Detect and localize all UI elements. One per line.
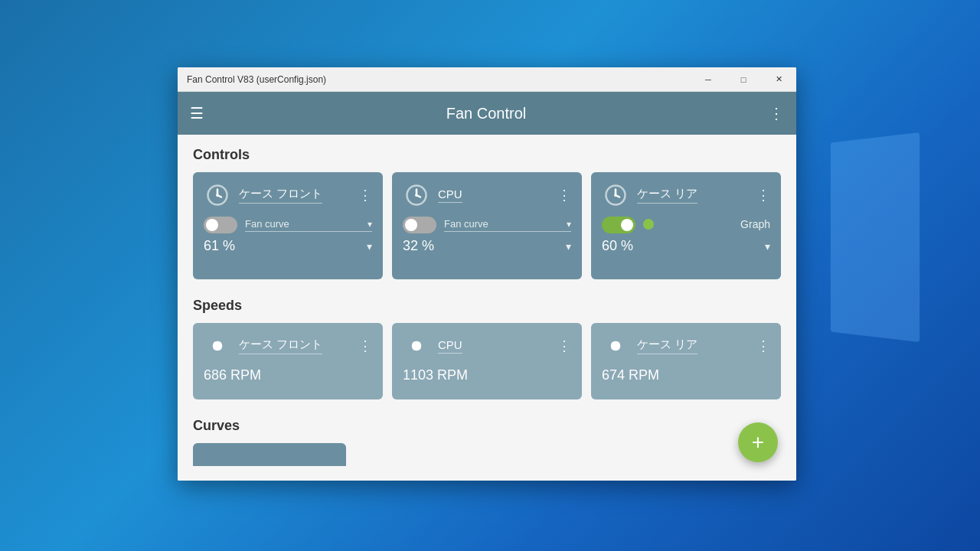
svg-point-2 (614, 194, 617, 197)
control-row-2: Graph (602, 217, 770, 233)
speed-card-cpu: CPU ⋮ 1103 RPM (392, 323, 582, 399)
control-value-row-1: 32 % ▾ (403, 238, 571, 254)
control-expand-0[interactable]: ▾ (367, 240, 372, 253)
maximize-button[interactable]: □ (726, 67, 761, 92)
svg-point-0 (216, 194, 219, 197)
control-expand-2[interactable]: ▾ (765, 240, 770, 253)
speeds-cards-row: ケース フロント ⋮ 686 RPM (193, 323, 781, 399)
fan-curve-arrow-1: ▾ (567, 219, 571, 230)
speed-value-2: 674 RPM (602, 367, 770, 383)
toggle-thumb-1 (405, 219, 417, 231)
speed-value-0: 686 RPM (204, 367, 372, 383)
add-fab-button[interactable]: + (738, 422, 778, 462)
speed-card-header-1: CPU ⋮ (403, 332, 571, 360)
more-options-icon[interactable]: ⋮ (769, 104, 784, 122)
speedometer-icon-1 (403, 181, 430, 209)
control-card-header-1: CPU ⋮ (403, 181, 571, 209)
speed-card-more-1[interactable]: ⋮ (557, 339, 571, 353)
app-title: Fan Control (446, 105, 527, 122)
curves-section: Curves (178, 406, 796, 472)
control-card-name-0: ケース フロント (239, 187, 322, 204)
graph-dot-icon (643, 219, 654, 230)
speedometer-icon-0 (204, 181, 231, 209)
graph-label-2: Graph (740, 218, 770, 230)
speed-card-case-rear: ケース リア ⋮ 674 RPM (591, 323, 781, 399)
control-card-header-0: ケース フロント ⋮ (204, 181, 372, 209)
control-row-1: Fan curve ▾ (403, 217, 571, 233)
fan-curve-select-0[interactable]: Fan curve ▾ (245, 218, 372, 232)
fan-icon-1 (403, 332, 430, 360)
speeds-section: Speeds (178, 285, 796, 406)
controls-section-title: Controls (193, 147, 781, 163)
control-card-case-rear: ケース リア ⋮ Graph (591, 172, 781, 279)
fan-curve-text-0: Fan curve (245, 218, 289, 230)
control-card-more-0[interactable]: ⋮ (358, 188, 372, 202)
control-card-more-2[interactable]: ⋮ (756, 188, 770, 202)
fan-icon-2 (602, 332, 629, 360)
minimize-button[interactable]: ─ (691, 67, 726, 92)
control-row-0: Fan curve ▾ (204, 217, 372, 233)
speedometer-icon-2 (602, 181, 629, 209)
control-card-left-2: ケース リア (602, 181, 697, 209)
title-bar-controls: ─ □ ✕ (691, 67, 796, 92)
svg-point-3 (216, 344, 220, 348)
toggle-2[interactable] (602, 217, 635, 233)
control-card-more-1[interactable]: ⋮ (557, 188, 571, 202)
speed-card-left-0: ケース フロント (204, 332, 322, 360)
toggle-thumb-2 (621, 219, 633, 231)
controls-section: Controls ケース フロ (178, 135, 796, 285)
controls-cards-row: ケース フロント ⋮ Fan curve ▾ (193, 172, 781, 279)
svg-point-4 (415, 344, 419, 348)
control-card-name-2: ケース リア (637, 187, 697, 204)
fan-curve-select-1[interactable]: Fan curve ▾ (444, 218, 571, 232)
window-decoration (831, 132, 920, 342)
speed-card-more-2[interactable]: ⋮ (756, 339, 770, 353)
control-card-left-1: CPU (403, 181, 462, 209)
close-button[interactable]: ✕ (761, 67, 796, 92)
control-value-row-0: 61 % ▾ (204, 238, 372, 254)
curve-card-partial (193, 443, 346, 466)
control-expand-1[interactable]: ▾ (566, 240, 571, 253)
control-card-name-1: CPU (438, 187, 462, 203)
svg-point-1 (415, 194, 418, 197)
control-value-row-2: 60 % ▾ (602, 238, 770, 254)
control-value-1: 32 % (403, 238, 434, 254)
title-bar-text: Fan Control V83 (userConfig.json) (187, 74, 326, 85)
toggle-thumb-0 (206, 219, 218, 231)
speed-card-case-front: ケース フロント ⋮ 686 RPM (193, 323, 383, 399)
speed-card-name-0: ケース フロント (239, 337, 322, 354)
speed-card-more-0[interactable]: ⋮ (358, 339, 372, 353)
title-bar: Fan Control V83 (userConfig.json) ─ □ ✕ (178, 67, 796, 92)
app-header: ☰ Fan Control ⋮ (178, 92, 796, 135)
toggle-1[interactable] (403, 217, 436, 233)
control-card-case-front: ケース フロント ⋮ Fan curve ▾ (193, 172, 383, 279)
fan-curve-text-1: Fan curve (444, 218, 488, 230)
control-value-0: 61 % (204, 238, 235, 254)
control-card-cpu: CPU ⋮ Fan curve ▾ (392, 172, 582, 279)
app-window: Fan Control V83 (userConfig.json) ─ □ ✕ … (178, 67, 796, 481)
control-card-left-0: ケース フロント (204, 181, 322, 209)
speeds-section-title: Speeds (193, 298, 781, 314)
toggle-0[interactable] (204, 217, 237, 233)
graph-select-2[interactable]: Graph (643, 218, 770, 232)
app-content: Controls ケース フロ (178, 135, 796, 481)
speed-card-header-2: ケース リア ⋮ (602, 332, 770, 360)
hamburger-icon[interactable]: ☰ (190, 106, 204, 121)
control-card-header-2: ケース リア ⋮ (602, 181, 770, 209)
curves-section-title: Curves (193, 418, 781, 434)
control-value-2: 60 % (602, 238, 633, 254)
svg-point-5 (614, 344, 618, 348)
speed-card-left-2: ケース リア (602, 332, 697, 360)
fan-icon-0 (204, 332, 231, 360)
speed-card-header-0: ケース フロント ⋮ (204, 332, 372, 360)
speed-card-left-1: CPU (403, 332, 462, 360)
speed-card-name-2: ケース リア (637, 337, 697, 354)
speed-value-1: 1103 RPM (403, 367, 571, 383)
speed-card-name-1: CPU (438, 338, 462, 354)
fan-curve-arrow-0: ▾ (368, 219, 372, 230)
